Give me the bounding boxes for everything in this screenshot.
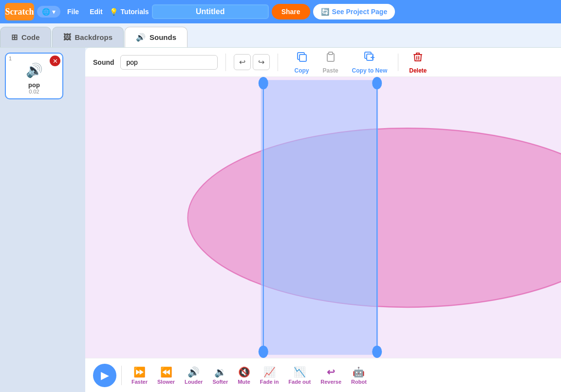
fade-in-button[interactable]: 📈 Fade in <box>255 364 284 387</box>
faster-icon: ⏩ <box>133 366 146 378</box>
tab-backdrops[interactable]: 🖼 Backdrops <box>52 27 124 47</box>
copy-to-new-icon <box>363 51 376 66</box>
navbar: Scratch 🌐 ▾ File Edit 💡 Tutorials Share … <box>0 0 561 23</box>
copy-to-new-button[interactable]: Copy to New <box>347 49 393 76</box>
language-selector[interactable]: 🌐 ▾ <box>37 6 60 18</box>
toolbar-separator-1 <box>225 54 226 71</box>
softer-button[interactable]: 🔉 Softer <box>207 364 233 387</box>
sounds-icon: 🔊 <box>136 33 146 42</box>
controls-separator <box>121 366 122 385</box>
undo-redo-group: ↩ ↪ <box>234 54 270 70</box>
tab-code[interactable]: ⊞ Code <box>0 27 51 47</box>
lightbulb-icon: 💡 <box>110 8 118 16</box>
sound-editor-panel: Sound ↩ ↪ Copy <box>85 48 561 392</box>
share-button[interactable]: Share <box>272 4 310 19</box>
sound-field-label: Sound <box>93 58 114 66</box>
undo-button[interactable]: ↩ <box>234 54 251 70</box>
waveform-svg <box>85 77 561 358</box>
code-icon: ⊞ <box>11 33 18 42</box>
mute-button[interactable]: 🔇 Mute <box>233 364 255 387</box>
sound-name-input[interactable] <box>120 55 218 70</box>
sound-toolbar: Sound ↩ ↪ Copy <box>85 48 561 77</box>
main-area: 1 ✕ 🔊 pop 0.02 Sound ↩ ↪ <box>0 48 561 392</box>
file-menu[interactable]: File <box>63 6 83 18</box>
scratch-logo[interactable]: Scratch <box>5 3 34 20</box>
see-project-icon: 🔄 <box>321 8 329 16</box>
svg-rect-1 <box>299 55 306 61</box>
sound-item-duration: 0.02 <box>29 89 39 94</box>
copy-icon <box>296 51 308 66</box>
louder-button[interactable]: 🔊 Louder <box>180 364 207 387</box>
paste-icon <box>324 51 337 66</box>
sound-item-number: 1 <box>9 56 12 61</box>
fade-out-icon: 📉 <box>294 366 306 378</box>
delete-icon <box>411 51 424 66</box>
copy-button[interactable]: Copy <box>290 49 314 76</box>
redo-button[interactable]: ↪ <box>253 54 270 70</box>
sounds-list-panel: 1 ✕ 🔊 pop 0.02 <box>0 48 85 392</box>
toolbar-separator-3 <box>398 54 398 71</box>
svg-rect-3 <box>329 52 333 55</box>
slower-icon: ⏪ <box>160 366 172 378</box>
softer-icon: 🔉 <box>214 366 226 378</box>
toolbar-actions: Copy Paste <box>290 49 432 76</box>
reverse-button[interactable]: ↩ Reverse <box>316 364 346 387</box>
reverse-icon: ↩ <box>327 366 335 378</box>
faster-button[interactable]: ⏩ Faster <box>127 364 152 387</box>
backdrops-icon: 🖼 <box>63 33 71 42</box>
robot-button[interactable]: 🤖 Robot <box>346 364 372 387</box>
toolbar-separator-2 <box>278 54 278 71</box>
tab-sounds[interactable]: 🔊 Sounds <box>125 27 187 47</box>
slower-button[interactable]: ⏪ Slower <box>152 364 180 387</box>
louder-icon: 🔊 <box>187 366 200 378</box>
edit-menu[interactable]: Edit <box>86 6 106 18</box>
paste-button[interactable]: Paste <box>318 49 343 76</box>
tutorials-button[interactable]: 💡 Tutorials <box>110 8 149 16</box>
waveform-area[interactable] <box>85 77 561 358</box>
delete-button[interactable]: Delete <box>404 49 431 76</box>
delete-sound-button[interactable]: ✕ <box>50 56 60 66</box>
globe-chevron: ▾ <box>52 8 56 16</box>
see-project-button[interactable]: 🔄 See Project Page <box>313 4 395 19</box>
play-button[interactable]: ▶ <box>93 364 116 387</box>
robot-icon: 🤖 <box>353 366 365 378</box>
sound-item[interactable]: 1 ✕ 🔊 pop 0.02 <box>5 53 63 99</box>
sound-item-icon: 🔊 <box>26 62 43 78</box>
globe-icon: 🌐 <box>42 8 50 16</box>
play-icon: ▶ <box>101 369 109 382</box>
bottom-controls: ▶ ⏩ Faster ⏪ Slower 🔊 Louder 🔉 Softer 🔇 <box>85 358 561 392</box>
project-title-input[interactable] <box>152 4 269 19</box>
fade-out-button[interactable]: 📉 Fade out <box>283 364 316 387</box>
tabbar: ⊞ Code 🖼 Backdrops 🔊 Sounds <box>0 23 561 48</box>
mute-icon: 🔇 <box>238 366 250 378</box>
fade-in-icon: 📈 <box>263 366 276 378</box>
sound-item-name: pop <box>28 81 40 89</box>
